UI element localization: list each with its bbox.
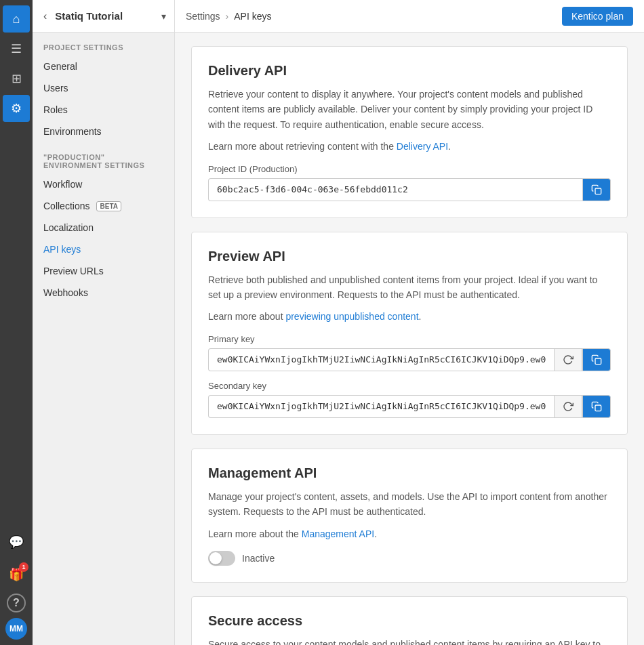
breadcrumb: Settings › API keys [186,11,272,22]
sidebar-chevron-button[interactable]: ▾ [161,11,166,22]
primary-key-input-row [208,348,611,371]
sidebar-item-webhooks[interactable]: Webhooks [33,282,174,304]
help-icon[interactable]: ? [7,594,26,612]
sidebar: ‹ Statiq Tutorial ▾ Project Settings Gen… [33,0,175,645]
preview-learn-suffix: . [419,311,422,322]
delivery-api-link[interactable]: Delivery API [397,141,448,152]
delivery-api-title: Delivery API [208,63,611,79]
project-id-input[interactable] [208,178,582,201]
secure-access-card: Secure access Secure access to your cont… [191,596,628,645]
primary-key-refresh-button[interactable] [554,348,582,371]
sidebar-item-label-api-keys: API keys [43,244,81,255]
management-api-toggle-label: Inactive [242,553,275,564]
management-api-title: Management API [208,465,611,481]
primary-key-copy-button[interactable] [582,348,611,371]
sidebar-item-label-workflow: Workflow [43,179,82,190]
management-api-toggle-row: Inactive [208,551,611,566]
project-id-copy-button[interactable] [582,178,611,201]
sidebar-section-env: "Production" Environment Settings Workfl… [33,142,174,304]
sidebar-item-label-localization: Localization [43,222,94,233]
sidebar-back-button[interactable]: ‹ [41,7,49,25]
preview-api-card: Preview API Retrieve both published and … [191,232,628,435]
management-api-link[interactable]: Management API [302,528,374,539]
icon-bar: ⌂ ☰ ⊞ ⚙ 💬 🎁 1 ? MM [0,0,33,645]
sidebar-project-title: Statiq Tutorial [55,10,156,22]
project-id-input-row [208,178,611,201]
delivery-api-card: Delivery API Retrieve your content to di… [191,46,628,218]
home-icon[interactable]: ⌂ [3,5,30,33]
sidebar-item-label-webhooks: Webhooks [43,287,88,298]
top-bar: Settings › API keys Kentico plan [175,0,644,33]
preview-api-title: Preview API [208,249,611,264]
content-area: Delivery API Retrieve your content to di… [175,33,644,645]
management-api-learn-more: Learn more about the Management API. [208,526,611,541]
icon-bar-bottom: 💬 🎁 1 ? MM [3,528,30,645]
secure-access-title: Secure access [208,613,611,629]
secondary-key-input-row [208,395,611,418]
delivery-learn-suffix: . [448,141,451,152]
management-api-description: Manage your project's content, assets, a… [208,489,611,520]
notification-badge: 1 [19,562,28,572]
kentico-plan-button[interactable]: Kentico plan [562,7,633,26]
beta-badge: BETA [96,201,121,211]
primary-key-label: Primary key [208,334,611,344]
sidebar-item-environments[interactable]: Environments [33,121,174,142]
management-learn-prefix: Learn more about the [208,528,302,539]
svg-rect-0 [595,188,601,194]
breadcrumb-api-keys: API keys [234,11,271,22]
main-area: Settings › API keys Kentico plan Deliver… [175,0,644,645]
preview-learn-prefix: Learn more about [208,311,285,322]
breadcrumb-settings: Settings [186,11,220,22]
secure-access-description: Secure access to your content models and… [208,637,611,645]
sidebar-item-localization[interactable]: Localization [33,217,174,238]
sidebar-item-general[interactable]: General [33,56,174,77]
delivery-learn-prefix: Learn more about retrieving content with… [208,141,397,152]
sidebar-section-project: Project Settings General Users Roles Env… [33,33,174,142]
sidebar-item-label-general: General [43,61,77,72]
sidebar-item-label-roles: Roles [43,104,68,115]
management-api-card: Management API Manage your project's con… [191,449,628,583]
breadcrumb-separator: › [226,11,229,22]
gift-icon[interactable]: 🎁 1 [3,561,30,588]
sidebar-item-workflow[interactable]: Workflow [33,173,174,195]
sidebar-item-roles[interactable]: Roles [33,99,174,121]
secondary-key-input[interactable] [208,395,554,418]
chat-icon[interactable]: 💬 [3,528,30,556]
management-learn-suffix: . [374,528,377,539]
icon-bar-top: ⌂ ☰ ⊞ ⚙ [3,5,30,528]
toggle-knob [209,552,222,564]
secondary-key-copy-button[interactable] [582,395,611,418]
svg-rect-1 [595,358,601,365]
sidebar-header: ‹ Statiq Tutorial ▾ [33,0,174,33]
sidebar-item-label-environments: Environments [43,126,102,137]
delivery-api-learn-more: Learn more about retrieving content with… [208,139,611,154]
preview-api-learn-more: Learn more about previewing unpublished … [208,309,611,324]
preview-api-description: Retrieve both published and unpublished … [208,272,611,303]
sidebar-item-label-preview-urls: Preview URLs [43,266,104,276]
management-api-toggle[interactable] [208,551,235,566]
sidebar-section-label-project: Project Settings [33,33,174,56]
secondary-key-refresh-button[interactable] [554,395,582,418]
sidebar-item-api-keys[interactable]: API keys [33,238,174,260]
primary-key-input[interactable] [208,348,554,371]
sidebar-item-label-users: Users [43,83,68,93]
delivery-api-description: Retrieve your content to display it anyw… [208,87,611,132]
sidebar-section-label-env: "Production" Environment Settings [33,142,174,173]
project-id-label: Project ID (Production) [208,164,611,174]
preview-api-link[interactable]: previewing unpublished content [285,311,418,322]
secondary-key-label: Secondary key [208,381,611,391]
settings-icon[interactable]: ⚙ [3,95,30,122]
sidebar-item-collections[interactable]: Collections BETA [33,195,174,217]
sidebar-item-preview-urls[interactable]: Preview URLs [33,260,174,282]
menu-icon[interactable]: ☰ [3,35,30,62]
sidebar-item-users[interactable]: Users [33,77,174,99]
avatar[interactable]: MM [5,618,27,640]
sidebar-item-label-collections: Collections [43,201,89,211]
svg-rect-2 [595,405,601,411]
content-icon[interactable]: ⊞ [3,65,30,92]
